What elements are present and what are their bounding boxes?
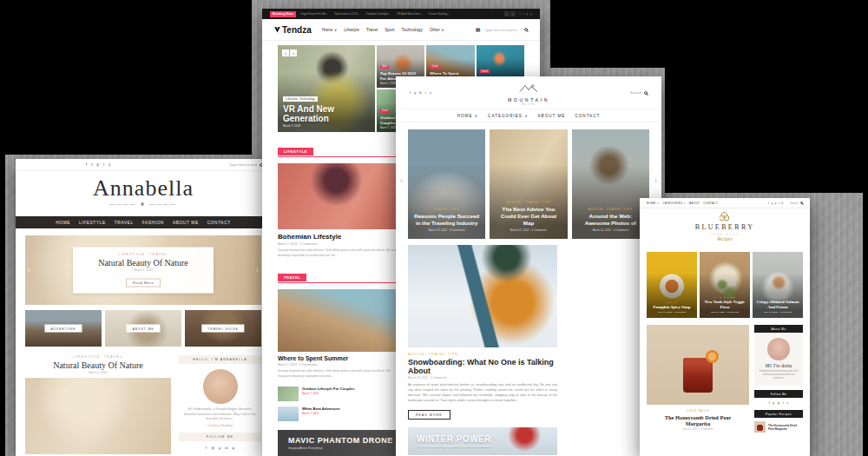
site-logo[interactable]: Tendza	[274, 25, 312, 35]
hero-main-post[interactable]: ‹ › Lifestyle, Technology VR And New Gen…	[278, 45, 375, 132]
carousel-prev-icon[interactable]: ‹	[400, 176, 403, 185]
instagram-icon[interactable]: ◎	[211, 446, 214, 450]
hero-category-badge[interactable]: Lifestyle, Technology	[283, 96, 318, 102]
carousel-next-icon[interactable]: ›	[805, 281, 807, 289]
post-image[interactable]	[278, 163, 408, 229]
search-input[interactable]: Search	[790, 202, 803, 205]
search-input[interactable]: Type here to find	[229, 162, 263, 167]
slider-prev-icon[interactable]: ‹	[28, 267, 30, 274]
youtube-icon[interactable]: y	[530, 12, 532, 16]
search-input[interactable]: Type here to search...	[484, 28, 520, 32]
behance-icon[interactable]: b	[419, 90, 421, 95]
youtube-icon[interactable]: y	[773, 401, 774, 405]
youtube-icon[interactable]: y	[219, 446, 220, 450]
nav-item-home[interactable]: Home ∨	[322, 28, 338, 32]
card-category[interactable]: MAIN DISHES	[766, 296, 788, 299]
popular-post-title[interactable]: The Honeycomb Dried Pear Margarita	[768, 424, 803, 431]
search-icon[interactable]	[644, 91, 648, 95]
nav-item-categories[interactable]: CATEGORIES ∨	[662, 202, 686, 205]
vimeo-icon[interactable]: v	[430, 90, 431, 95]
article-title[interactable]: The Honeycomb Dried Pear Margarita	[652, 414, 744, 426]
card-category[interactable]: MAIN DISHES	[713, 296, 735, 299]
facebook-icon[interactable]: f	[86, 162, 87, 167]
list-item[interactable]: White Boat AdventureMarch 7, 2022	[278, 406, 397, 421]
list-item[interactable]: Outdoor Lifestyle For CouplesMarch 7, 20…	[278, 387, 397, 401]
travel-post[interactable]: Where to Spent Summer March 7, 2022 · 0 …	[278, 289, 397, 379]
list-title[interactable]: Outdoor Lifestyle For Couples	[302, 387, 354, 391]
twitter-icon[interactable]: t	[779, 202, 779, 205]
hero-next-icon[interactable]: ›	[290, 50, 297, 56]
nav-item-about[interactable]: ABOUT ME	[173, 221, 199, 225]
nav-item-technology[interactable]: Technology	[402, 28, 423, 32]
hero-slider[interactable]: ‹ › LIFESTYLE, TRAVEL Natural Beauty Of …	[25, 235, 261, 305]
popular-post-item[interactable]: The Honeycomb Dried Pear Margarita	[754, 421, 803, 433]
list-title[interactable]: White Boat Adventure	[302, 406, 340, 411]
nav-item-lifestyle[interactable]: LIFESTYLE	[79, 221, 106, 225]
instagram-icon[interactable]: ◎	[778, 401, 780, 405]
section-label[interactable]: Lifestyle	[278, 148, 313, 155]
article-image[interactable]	[647, 325, 749, 405]
nav-item-travel[interactable]: TRAVEL	[115, 221, 134, 225]
search-icon[interactable]	[800, 202, 803, 204]
featured-card[interactable]: TRAVEL TIPS Reasons People Succeed in th…	[408, 129, 485, 239]
card-title[interactable]: Pumpkin Spicy Soup	[654, 305, 691, 310]
pinterest-icon[interactable]: p	[97, 162, 100, 167]
pinterest-icon[interactable]: p	[526, 12, 528, 16]
nav-item-contact[interactable]: CONTACT	[703, 202, 718, 205]
twitter-icon[interactable]: t	[91, 162, 92, 167]
pinterest-icon[interactable]: p	[233, 446, 234, 450]
card-category[interactable]: TRAVEL TIPS	[433, 208, 459, 211]
site-logo[interactable]: Annabella	[16, 177, 271, 200]
tile-label[interactable]: ADVENTURE	[44, 325, 82, 333]
featured-card[interactable]: SOUPS Pumpkin Spicy Soup June 10, 2022 ·…	[647, 252, 697, 318]
nav-item-travel[interactable]: Travel	[366, 28, 378, 32]
twitter-icon[interactable]: t	[425, 90, 426, 95]
nav-item-sport[interactable]: Sport	[385, 28, 394, 32]
tile-label[interactable]: ABOUT ME	[127, 325, 161, 333]
card-title[interactable]: New York-Style Veggie Pizza	[703, 300, 746, 310]
ticker-item[interactable]: VR And New Gen...	[397, 12, 422, 16]
pinterest-icon[interactable]: p	[775, 202, 777, 205]
tile-label[interactable]: TRAVEL GUIDE	[201, 325, 244, 333]
ticker-item[interactable]: Outdoor Lifestyle...	[366, 12, 391, 16]
article-title[interactable]: Snowboarding: What No One is Talking Abo…	[408, 358, 557, 375]
featured-card[interactable]: MAIN DISHES New York-Style Veggie Pizza …	[700, 252, 750, 318]
nav-item-lifestyle[interactable]: Lifestyle	[344, 28, 359, 32]
nav-item-about[interactable]: ABOUT	[689, 202, 700, 205]
search-icon[interactable]	[524, 28, 528, 31]
featured-card[interactable]: MAIN DISHES Crispy-Skinned Salmon And Po…	[753, 252, 803, 318]
post-image[interactable]	[278, 289, 397, 352]
linkedin-icon[interactable]: in	[225, 446, 227, 450]
post-image[interactable]	[25, 378, 171, 454]
winter-banner[interactable]: WINTER POWER Check the latest winter spo…	[408, 427, 557, 455]
nav-item-categories[interactable]: CATEGORIES ∨	[488, 114, 528, 118]
tile-travel-guide[interactable]: TRAVEL GUIDE	[185, 310, 261, 347]
hero-title[interactable]: VR And New Generation	[283, 105, 372, 123]
facebook-icon[interactable]: f	[769, 401, 770, 405]
carousel-prev-icon[interactable]: ‹	[642, 281, 645, 289]
youtube-icon[interactable]: y	[771, 202, 773, 205]
card-category[interactable]: ADVICE, TRAVEL TIPS	[589, 208, 634, 211]
ticker-prev-icon[interactable]: ‹	[504, 11, 510, 17]
post-title[interactable]: Bohemian Lifestyle	[278, 233, 408, 241]
nav-item-other[interactable]: Other ∨	[430, 28, 444, 32]
article-image[interactable]	[408, 245, 557, 347]
nav-item-home[interactable]: HOME ∨	[457, 114, 478, 118]
ticker-item[interactable]: Yoga Poses For Be...	[300, 12, 328, 16]
featured-card[interactable]: ADVICE, TRAVEL TIPS Around the Web: Awes…	[572, 129, 649, 239]
section-label[interactable]: Travel	[278, 274, 306, 281]
site-logo[interactable]: BLUEBERRY FOOD BLOG Recipes	[640, 208, 810, 252]
post-category[interactable]: LIFESTYLE, TRAVEL	[25, 355, 171, 359]
tile-about-me[interactable]: ABOUT ME	[105, 310, 181, 347]
nav-item-home[interactable]: HOME	[56, 221, 70, 225]
card-category[interactable]: ADVICE, TRAVEL TIPS	[506, 201, 551, 204]
search-input[interactable]: Search	[630, 90, 648, 95]
featured-card[interactable]: ADVICE, TRAVEL TIPS The Best Advice You …	[490, 129, 567, 239]
ticker-next-icon[interactable]: ›	[510, 11, 516, 17]
youtube-icon[interactable]: y	[108, 162, 110, 167]
continue-reading-link[interactable]: Continue Reading	[179, 424, 261, 427]
post-title[interactable]: Natural Beauty Of Nature	[25, 360, 171, 370]
post-title[interactable]: Where to Spent Summer	[278, 355, 397, 361]
site-logo[interactable]: MOUNTAIN BLOG	[508, 80, 549, 105]
facebook-icon[interactable]: f	[768, 202, 769, 205]
